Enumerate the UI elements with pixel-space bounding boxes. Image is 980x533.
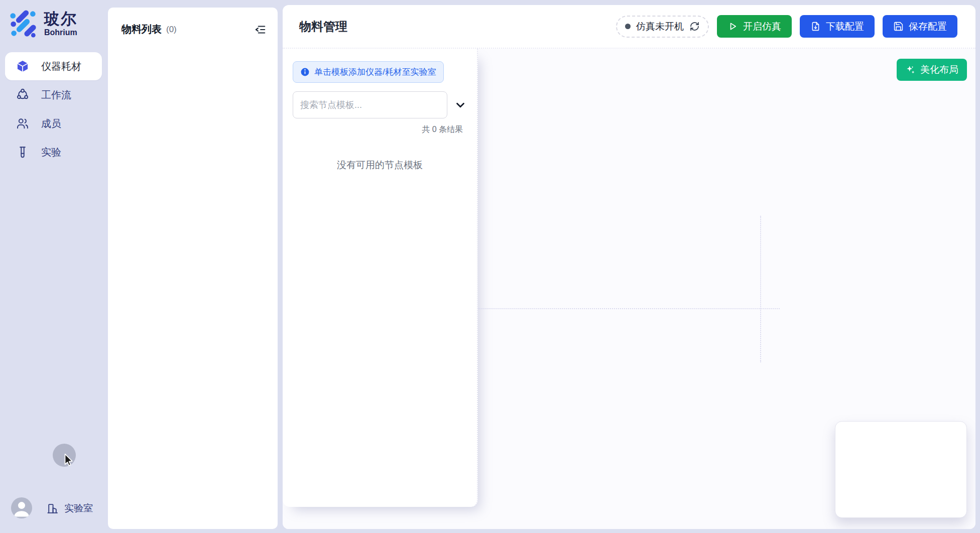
simulation-status-pill: 仿真未开机 (616, 16, 709, 38)
members-icon (16, 117, 29, 130)
sidebar-item-workflow[interactable]: 工作流 (5, 81, 102, 109)
banner-text: 单击模板添加仪器/耗材至实验室 (314, 66, 436, 78)
sidebar-item-instruments[interactable]: 仪器耗材 (5, 52, 102, 80)
search-row (293, 91, 467, 118)
search-input[interactable] (293, 91, 447, 118)
save-config-button[interactable]: 保存配置 (883, 15, 957, 38)
status-label: 仿真未开机 (636, 20, 684, 33)
bohrium-logo-icon (9, 9, 38, 38)
save-config-label: 保存配置 (909, 20, 947, 33)
chevron-down-icon[interactable] (454, 98, 467, 111)
canvas-guide-line-vertical (760, 216, 761, 362)
avatar[interactable] (11, 497, 32, 518)
sidebar-item-label: 实验 (41, 146, 61, 159)
brand-text: 玻尔 Bohrium (44, 11, 77, 37)
building-icon (46, 502, 59, 515)
info-icon (300, 67, 310, 77)
material-list-count: (0) (166, 25, 177, 35)
sidebar-footer: 实验室 (0, 497, 107, 533)
beautify-layout-button[interactable]: 美化布局 (897, 59, 967, 81)
play-icon (727, 21, 738, 32)
workflow-icon (16, 88, 29, 101)
canvas-minimap[interactable] (835, 421, 967, 518)
sparkles-icon (905, 65, 916, 75)
experiment-icon (16, 146, 29, 159)
node-template-panel: 单击模板添加仪器/耗材至实验室 共 0 条结果 没有可用的节点模板 (283, 49, 478, 507)
start-simulation-label: 开启仿真 (743, 20, 781, 33)
collapse-panel-icon[interactable] (254, 23, 267, 36)
save-icon (893, 21, 904, 32)
canvas-guide-line-horizontal (478, 308, 780, 309)
cube-icon (16, 60, 29, 73)
header-actions: 仿真未开机 开启仿真 (616, 15, 957, 38)
brand: 玻尔 Bohrium (0, 0, 107, 38)
sidebar-item-members[interactable]: 成员 (5, 109, 102, 138)
sidebar-nav: 仪器耗材 工作流 成员 (5, 52, 102, 166)
sidebar-item-label: 工作流 (41, 88, 71, 102)
sidebar-item-experiment[interactable]: 实验 (5, 138, 102, 166)
main-header: 物料管理 仿真未开机 (283, 5, 975, 49)
beautify-layout-label: 美化布局 (920, 63, 958, 76)
flow-canvas[interactable]: 单击模板添加仪器/耗材至实验室 共 0 条结果 没有可用的节点模板 (283, 49, 975, 529)
material-list-title: 物料列表 (121, 23, 162, 36)
sidebar-item-lab[interactable]: 实验室 (46, 502, 93, 515)
file-download-icon (810, 21, 821, 32)
brand-subtitle: Bohrium (44, 28, 77, 37)
info-banner: 单击模板添加仪器/耗材至实验室 (293, 61, 444, 83)
status-dot-icon (625, 24, 631, 29)
empty-state-text: 没有可用的节点模板 (293, 159, 467, 172)
result-count: 共 0 条结果 (293, 124, 463, 135)
download-config-button[interactable]: 下载配置 (800, 15, 875, 38)
refresh-icon[interactable] (689, 21, 700, 32)
main-panel: 物料管理 仿真未开机 (283, 5, 975, 529)
sidebar-item-label: 成员 (41, 117, 61, 130)
mouse-cursor (62, 453, 75, 468)
download-config-label: 下载配置 (826, 20, 864, 33)
page-title: 物料管理 (299, 19, 347, 35)
material-list-panel: 物料列表 (0) (108, 8, 278, 529)
sidebar-item-label: 仪器耗材 (41, 60, 81, 73)
lab-label: 实验室 (64, 502, 93, 515)
brand-title: 玻尔 (44, 11, 77, 28)
material-list-header: 物料列表 (0) (108, 8, 278, 36)
start-simulation-button[interactable]: 开启仿真 (717, 15, 792, 38)
